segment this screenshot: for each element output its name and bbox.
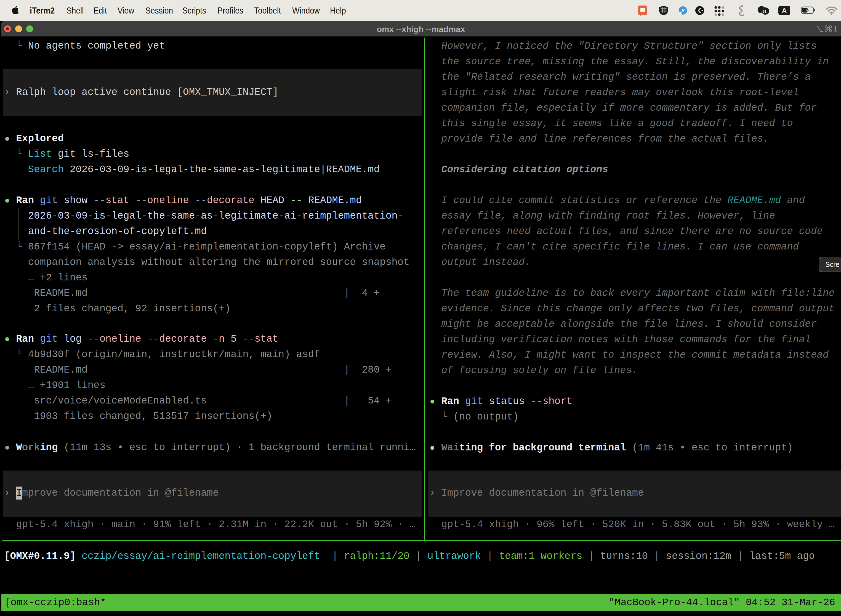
- svg-text:1: 1: [833, 25, 838, 33]
- svg-text:..61: ..61: [760, 9, 766, 13]
